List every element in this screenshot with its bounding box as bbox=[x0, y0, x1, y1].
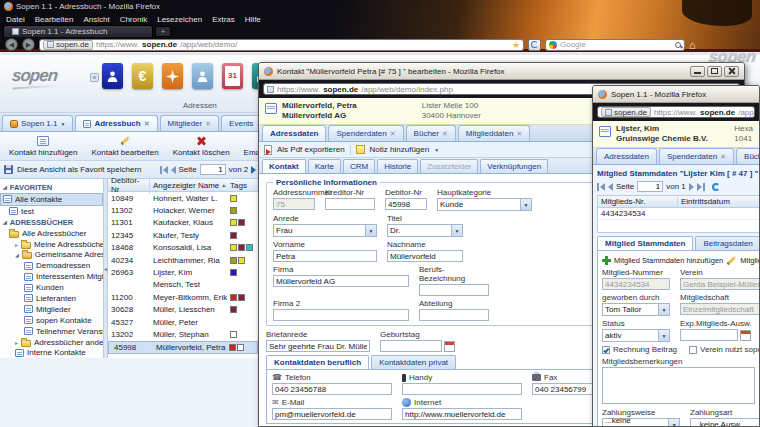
refresh-icon[interactable] bbox=[712, 183, 720, 191]
menu-datei[interactable]: Datei bbox=[6, 15, 25, 24]
chevron-down-icon[interactable]: ▼ bbox=[668, 419, 679, 427]
add-contact-button[interactable]: Kontakt hinzufügen bbox=[4, 134, 83, 158]
first-page-button[interactable] bbox=[160, 166, 168, 174]
geworben-durch-select[interactable]: Tom Tailor▼ bbox=[602, 303, 670, 316]
subtab-karte[interactable]: Karte bbox=[308, 159, 341, 173]
abteilung-field[interactable] bbox=[419, 309, 489, 321]
checkbox-icon[interactable] bbox=[602, 346, 610, 354]
titel-select[interactable]: Dr.▼ bbox=[387, 224, 463, 237]
close-tab-icon[interactable]: ✕ bbox=[205, 120, 211, 128]
table-row[interactable]: 18468Konsosaldi, Lisa bbox=[108, 242, 258, 254]
briefanrede-field[interactable] bbox=[266, 340, 370, 352]
tree-item-teilnehmer[interactable]: Teilnehmer Veranstaltungen bbox=[0, 326, 103, 337]
subtab-verknuepfungen[interactable]: Verknüpfungen bbox=[480, 159, 548, 173]
table-row[interactable]: 40234Leichthammer, Ria bbox=[108, 254, 258, 266]
chevron-down-icon[interactable]: ▼ bbox=[434, 147, 439, 153]
prev-page-button[interactable] bbox=[608, 183, 613, 191]
tree-item-gemeinsame-adressbuecher[interactable]: Gemeinsame Adressbücher bbox=[0, 249, 103, 260]
export-pdf-button[interactable]: Als Pdf exportieren bbox=[277, 145, 345, 154]
table-row[interactable]: 12345Käufer, Testy bbox=[108, 229, 258, 241]
add-member-data-button[interactable]: Mitglied Stammdaten hinzufügen bbox=[614, 256, 723, 265]
subtab-kontakt[interactable]: Kontakt bbox=[262, 159, 306, 173]
debitor-field[interactable] bbox=[385, 198, 427, 210]
tab-adressdaten[interactable]: Adressdaten bbox=[596, 148, 657, 164]
close-tab-icon[interactable]: ✕ bbox=[144, 120, 150, 128]
status-select[interactable]: aktiv▼ bbox=[602, 329, 670, 342]
subtab-historie[interactable]: Historie bbox=[377, 159, 418, 173]
tab-mitglieddaten[interactable]: Mitglieddaten✕ bbox=[458, 125, 530, 141]
tree-item-interne-kontakte[interactable]: Interne Kontakte bbox=[0, 347, 103, 358]
next-page-button[interactable] bbox=[251, 166, 256, 174]
table-row-selected[interactable]: 45998Müllervorfeld, Petra bbox=[108, 341, 258, 354]
geburtstag-field[interactable] bbox=[380, 340, 442, 352]
menu-lesezeichen[interactable]: Lesezeichen bbox=[157, 15, 202, 24]
table-row[interactable]: 45327Müller, Peter bbox=[108, 316, 258, 328]
checkbox-icon[interactable] bbox=[689, 346, 697, 354]
chevron-down-icon[interactable]: ▼ bbox=[365, 225, 376, 236]
tab-adressdaten[interactable]: Adressdaten bbox=[262, 125, 326, 141]
page-number-input[interactable] bbox=[637, 181, 663, 192]
last-page-button[interactable] bbox=[697, 183, 705, 191]
search-box[interactable]: Google bbox=[545, 39, 685, 51]
tree-item-sopen-kontakte[interactable]: sopen Kontakte bbox=[0, 315, 103, 326]
tree-item-kunden[interactable]: Kunden bbox=[0, 282, 103, 293]
tree-item-meine-adressbuecher[interactable]: Meine Adressbücher bbox=[0, 239, 103, 250]
tab-buecher[interactable]: Bücher✕ bbox=[736, 148, 760, 164]
home-button[interactable]: ⌂ bbox=[689, 40, 696, 50]
tree-item-mitglieder[interactable]: Mitglieder bbox=[0, 304, 103, 315]
page-number-input[interactable] bbox=[200, 164, 226, 175]
save-view-as-favorite[interactable]: Diese Ansicht als Favorit speichern bbox=[17, 165, 142, 174]
handy-field[interactable] bbox=[402, 383, 522, 395]
tab-sopen-home[interactable]: Sopen 1.1 ▼ bbox=[2, 115, 73, 131]
new-tab-button[interactable]: + bbox=[155, 26, 171, 37]
table-row[interactable]: 30628Müller, Liesschen bbox=[108, 304, 258, 316]
anrede-select[interactable]: Frau▼ bbox=[273, 224, 377, 237]
bookmark-star-icon[interactable]: ★ bbox=[512, 40, 520, 50]
chevron-down-icon[interactable]: ▼ bbox=[658, 304, 669, 315]
minimize-button[interactable] bbox=[690, 66, 705, 77]
chevron-down-icon[interactable]: ▼ bbox=[658, 330, 669, 341]
beruf-field[interactable] bbox=[419, 284, 489, 296]
search-icon[interactable] bbox=[675, 42, 681, 48]
close-tab-icon[interactable]: ✕ bbox=[390, 130, 396, 138]
reload-button[interactable] bbox=[528, 39, 541, 51]
tree-item-test[interactable]: test bbox=[0, 206, 103, 217]
table-row[interactable]: 13202Müller, Stephan bbox=[108, 328, 258, 340]
collapse-icon[interactable]: « bbox=[90, 73, 99, 82]
site-identity-button[interactable]: sopen.de bbox=[601, 107, 651, 117]
column-angezeigter-name[interactable]: Angezeigter Name▲ bbox=[150, 181, 230, 190]
chevron-down-icon[interactable]: ▼ bbox=[60, 121, 65, 127]
column-mitglieds-nr[interactable]: Mitglieds-Nr. bbox=[598, 197, 678, 206]
table-row[interactable]: 11301Kaufacker, Klaus bbox=[108, 217, 258, 229]
tab-kontaktdaten-privat[interactable]: Kontaktdaten privat bbox=[371, 355, 456, 369]
site-identity-button[interactable]: sopen.de bbox=[43, 40, 93, 50]
url-bar[interactable]: sopen.de https://www.sopen.de/app/web/de… bbox=[39, 39, 524, 51]
prev-page-button[interactable] bbox=[171, 166, 176, 174]
tab-mitglieder[interactable]: Mitglieder ✕ bbox=[160, 115, 220, 131]
tab-spenderdaten[interactable]: Spenderdaten✕ bbox=[659, 148, 734, 164]
firma2-field[interactable] bbox=[273, 309, 409, 321]
delete-contact-button[interactable]: Kontakt löschen bbox=[168, 134, 235, 158]
table-row[interactable]: 11200Meyer-Bitkomm, Erik bbox=[108, 291, 258, 303]
tree-item-interessenten[interactable]: Interessenten Mitgliedschaft bbox=[0, 271, 103, 282]
mitgliedsbemerkungen-textarea[interactable] bbox=[602, 367, 755, 404]
tree-item-demoadressen[interactable]: Demoadressen bbox=[0, 260, 103, 271]
zahlungsweise-select[interactable]: ...keine Auswahl...▼ bbox=[602, 418, 680, 427]
calendar-icon[interactable] bbox=[740, 330, 751, 341]
menu-ansicht[interactable]: Ansicht bbox=[83, 15, 109, 24]
tree-item-alle-kontakte[interactable]: Alle Kontakte bbox=[0, 193, 103, 206]
member-grid-row[interactable]: 4434234534 bbox=[598, 208, 760, 220]
kalender-module-icon[interactable]: 31 bbox=[222, 63, 243, 89]
verein-nutzt-sopen-checkbox[interactable]: Verein nutzt sopen bbox=[689, 345, 760, 354]
tab-beitragsdaten[interactable]: Beitragsdaten bbox=[695, 236, 760, 250]
tab-spenderdaten[interactable]: Spenderdaten✕ bbox=[328, 125, 403, 141]
tree-item-alle-adressbuecher[interactable]: Alle Adressbücher bbox=[0, 228, 103, 239]
chevron-down-icon[interactable]: ▼ bbox=[520, 199, 531, 210]
edit-member-data-button[interactable]: Mitglied Stamm bbox=[740, 256, 760, 265]
popup2-url-bar[interactable]: sopen.de https://www.sopen.de/app/web/de… bbox=[597, 106, 755, 118]
subtab-crm[interactable]: CRM bbox=[343, 159, 375, 173]
firma-field[interactable] bbox=[273, 275, 409, 287]
zahlungsart-select[interactable]: ...keine Ausw bbox=[690, 418, 760, 427]
tab-buecher[interactable]: Bücher✕ bbox=[406, 125, 456, 141]
vorname-field[interactable] bbox=[273, 250, 377, 262]
